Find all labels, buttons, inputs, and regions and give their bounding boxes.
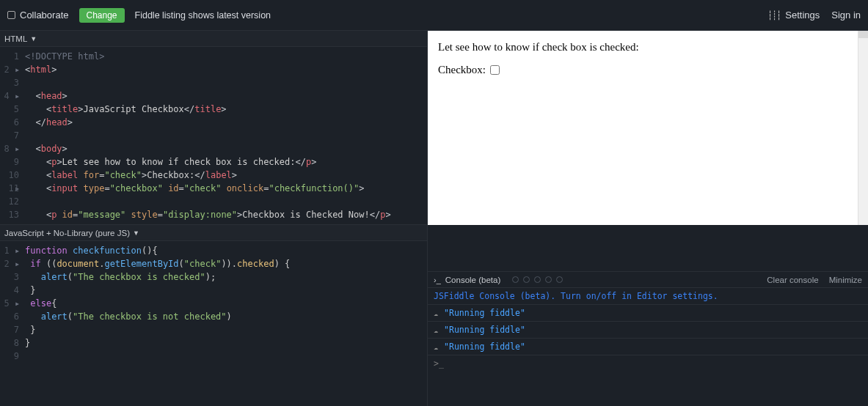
console-filter-dots[interactable] [512, 276, 563, 283]
code-line[interactable]: if ((document.getElementById("check")).c… [25, 257, 290, 270]
line-number: 10 ▸ [0, 169, 19, 182]
code-line[interactable] [25, 76, 391, 89]
line-number: 9 [0, 155, 19, 169]
js-editor[interactable]: 1 ▸2 ▸345 ▸6789 function checkfunction()… [0, 241, 427, 406]
js-panel-label: JavaScript + No-Library (pure JS) [4, 229, 130, 237]
line-number: 1 [0, 50, 19, 63]
line-number: 8 [0, 336, 19, 350]
line-number: 4 ▸ [0, 89, 19, 103]
code-line[interactable]: <p>Let see how to know if check box is c… [25, 155, 391, 169]
js-panel-header[interactable]: JavaScript + No-Library (pure JS) ▼ [0, 225, 427, 241]
console-header: ›_ Console (beta) Clear console Minimize [428, 272, 868, 288]
console-body: JSFiddle Console (beta). Turn on/off in … [428, 288, 868, 372]
terminal-icon: ›_ [434, 276, 441, 284]
html-panel-label: HTML [4, 34, 27, 43]
html-panel: HTML ▼ 12 ▸34 ▸5678 ▸910 ▸111213141516 <… [0, 31, 428, 225]
js-panel: JavaScript + No-Library (pure JS) ▼ 1 ▸2… [0, 225, 428, 406]
cloud-icon: ☁ [434, 309, 438, 317]
line-number: 5 [0, 103, 19, 116]
line-number: 9 [0, 350, 19, 363]
code-line[interactable]: alert("The checkbox is checked"); [25, 270, 290, 284]
code-line[interactable]: alert("The checkbox is not checked") [25, 310, 290, 323]
code-line[interactable]: <body> [25, 142, 391, 155]
code-line[interactable]: <p id="message" style="display:none">Che… [25, 208, 391, 221]
line-number: 5 ▸ [0, 297, 19, 310]
result-panel: Let see how to know if check box is chec… [428, 31, 868, 225]
signin-link[interactable]: Sign in [831, 10, 861, 21]
line-number: 12 [0, 195, 19, 208]
line-number: 3 [0, 76, 19, 89]
main-grid: HTML ▼ 12 ▸34 ▸5678 ▸910 ▸111213141516 <… [0, 31, 868, 406]
code-line[interactable]: <!DOCTYPE html> [25, 50, 391, 63]
checkbox-input[interactable] [490, 65, 500, 75]
collaborate-label: Collaborate [20, 10, 69, 21]
html-panel-header[interactable]: HTML ▼ [0, 31, 427, 47]
code-line[interactable] [25, 350, 290, 363]
line-number: 6 [0, 116, 19, 129]
code-line[interactable] [25, 129, 391, 142]
minimize-console-button[interactable]: Minimize [829, 276, 862, 284]
clear-console-button[interactable]: Clear console [767, 276, 818, 284]
code-line[interactable]: <input type="checkbox" id="check" onclic… [25, 182, 391, 195]
console-info: JSFiddle Console (beta). Turn on/off in … [428, 288, 868, 305]
line-number: 7 [0, 323, 19, 336]
console-log-line: ☁"Running fiddle" [428, 339, 868, 355]
console-title: Console (beta) [445, 276, 500, 284]
line-number: 1 ▸ [0, 244, 19, 257]
code-line[interactable]: <title>JavaScript Checkbox</title> [25, 103, 391, 116]
topbar: Collaborate Change Fiddle listing shows … [0, 0, 868, 31]
line-number: 2 ▸ [0, 257, 19, 270]
chevron-down-icon: ▼ [30, 35, 37, 43]
code-line[interactable]: } [25, 323, 290, 336]
code-line[interactable]: <html> [25, 63, 391, 76]
line-number: 8 ▸ [0, 142, 19, 155]
code-line[interactable]: } [25, 284, 290, 297]
code-line[interactable]: <label for="check">Checkbox:</label> [25, 169, 391, 182]
result-body: Let see how to know if check box is chec… [428, 31, 868, 86]
cloud-icon: ☁ [434, 326, 438, 334]
code-line[interactable] [25, 221, 391, 224]
chevron-down-icon: ▼ [133, 229, 139, 237]
code-line[interactable]: <head> [25, 89, 391, 103]
change-button[interactable]: Change [79, 8, 125, 23]
settings-button[interactable]: ┆┊┆ Settings [767, 10, 820, 21]
collaborate-button[interactable]: Collaborate [7, 10, 69, 21]
result-text: Let see how to know if check box is chec… [438, 41, 858, 53]
console-log-line: ☁"Running fiddle" [428, 322, 868, 339]
fiddle-notice: Fiddle listing shows latest version [135, 10, 271, 21]
line-number: 14 [0, 221, 19, 224]
code-line[interactable]: else{ [25, 297, 290, 310]
code-line[interactable]: function checkfunction(){ [25, 244, 290, 257]
checkbox-label: Checkbox: [438, 64, 486, 76]
settings-label: Settings [785, 10, 820, 21]
console-panel: ›_ Console (beta) Clear console Minimize… [428, 225, 868, 406]
code-line[interactable] [25, 195, 391, 208]
line-number: 2 ▸ [0, 63, 19, 76]
cloud-icon: ☁ [434, 343, 438, 351]
console-log-line: ☁"Running fiddle" [428, 305, 868, 322]
line-number: 3 [0, 270, 19, 284]
console-prompt[interactable]: >_ [428, 355, 868, 372]
code-line[interactable]: } [25, 336, 290, 350]
html-editor[interactable]: 12 ▸34 ▸5678 ▸910 ▸111213141516 <!DOCTYP… [0, 47, 427, 224]
line-number: 7 [0, 129, 19, 142]
line-number: 11 [0, 182, 19, 195]
line-number: 4 [0, 284, 19, 297]
console-spacer [428, 225, 868, 272]
result-scrollbar[interactable] [858, 31, 868, 225]
sliders-icon: ┆┊┆ [767, 10, 781, 21]
line-number: 6 [0, 310, 19, 323]
collaborate-icon [7, 11, 15, 19]
code-line[interactable]: </head> [25, 116, 391, 129]
line-number: 13 [0, 208, 19, 221]
